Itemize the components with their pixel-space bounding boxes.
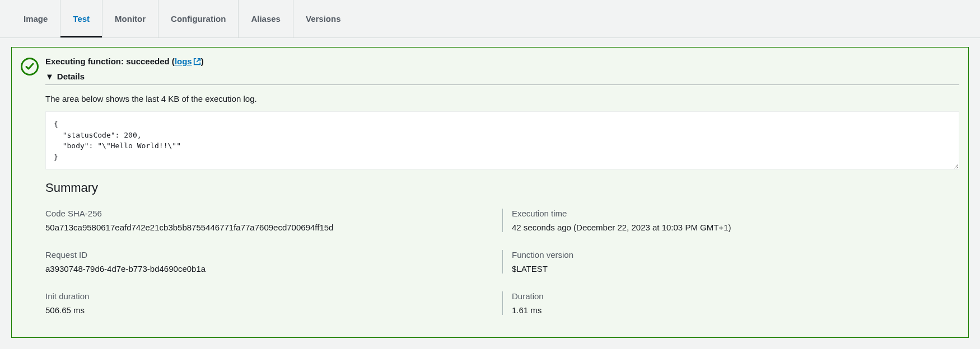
field-function-version: Function version $LATEST (502, 250, 959, 273)
exec-time-label: Execution time (512, 209, 946, 218)
init-duration-label: Init duration (45, 291, 489, 301)
details-toggle[interactable]: ▼ Details (45, 72, 959, 81)
divider (45, 84, 959, 85)
result-title-suffix: ) (201, 56, 204, 66)
tab-configuration[interactable]: Configuration (158, 0, 238, 37)
logs-link[interactable]: logs (175, 56, 201, 66)
summary-grid: Code SHA-256 50a713ca9580617eafd742e21cb… (45, 209, 959, 315)
init-duration-value: 506.65 ms (45, 305, 489, 315)
logs-link-label: logs (175, 56, 192, 66)
external-link-icon (193, 58, 201, 67)
field-code-sha: Code SHA-256 50a713ca9580617eafd742e21cb… (45, 209, 502, 232)
log-hint: The area below shows the last 4 KB of th… (45, 94, 959, 103)
result-title-prefix: Executing function: succeeded ( (45, 56, 175, 66)
code-sha-value: 50a713ca9580617eafd742e21cb3b5b875544677… (45, 223, 489, 232)
request-id-value: a3930748-79d6-4d7e-b773-bd4690ce0b1a (45, 264, 489, 273)
result-title: Executing function: succeeded (logs) (45, 56, 959, 67)
request-id-label: Request ID (45, 250, 489, 260)
exec-time-value: 42 seconds ago (December 22, 2023 at 10:… (512, 223, 946, 232)
field-execution-time: Execution time 42 seconds ago (December … (502, 209, 959, 232)
tab-versions[interactable]: Versions (293, 0, 353, 37)
field-request-id: Request ID a3930748-79d6-4d7e-b773-bd469… (45, 250, 502, 273)
tab-bar: Image Test Monitor Configuration Aliases… (0, 0, 980, 38)
summary-heading: Summary (45, 181, 959, 195)
func-version-value: $LATEST (512, 264, 946, 273)
func-version-label: Function version (512, 250, 946, 260)
details-label: Details (57, 72, 85, 81)
execution-result-panel: Executing function: succeeded (logs) ▼ D… (11, 47, 969, 338)
caret-down-icon: ▼ (45, 72, 54, 81)
code-sha-label: Code SHA-256 (45, 209, 489, 218)
tab-monitor[interactable]: Monitor (102, 0, 158, 37)
success-icon (21, 58, 39, 76)
field-duration: Duration 1.61 ms (502, 291, 959, 315)
duration-value: 1.61 ms (512, 305, 946, 315)
field-init-duration: Init duration 506.65 ms (45, 291, 502, 315)
tab-aliases[interactable]: Aliases (238, 0, 293, 37)
log-output[interactable]: { "statusCode": 200, "body": "\"Hello Wo… (45, 111, 959, 169)
tab-image[interactable]: Image (11, 0, 60, 37)
tab-test[interactable]: Test (60, 0, 102, 37)
duration-label: Duration (512, 291, 946, 301)
